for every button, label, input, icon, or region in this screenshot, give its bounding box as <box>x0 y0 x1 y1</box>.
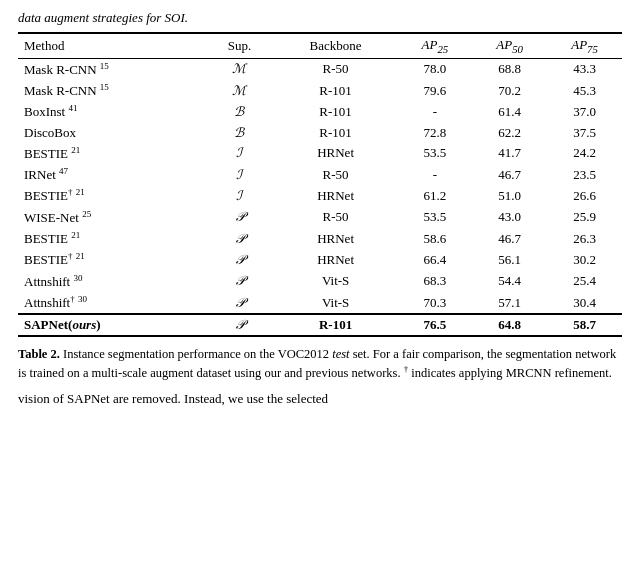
cell-sup: ℬ <box>205 101 274 122</box>
cell-ap25: 72.8 <box>397 123 472 143</box>
cell-ap75: 25.9 <box>547 207 622 228</box>
cell-backbone: R-50 <box>274 207 398 228</box>
cell-ap75: 26.6 <box>547 185 622 206</box>
cell-method: BESTIE 21 <box>18 143 205 164</box>
cell-ap25: 66.4 <box>397 249 472 270</box>
cell-ap25: 70.3 <box>397 292 472 314</box>
cell-method: BESTIE† 21 <box>18 249 205 270</box>
cell-sup: 𝒫 <box>205 271 274 292</box>
table-caption: Table 2. Instance segmentation performan… <box>18 345 622 382</box>
cell-backbone: R-101 <box>274 123 398 143</box>
cell-sup: ℐ <box>205 164 274 185</box>
cell-ap75: 37.5 <box>547 123 622 143</box>
highlight-ap25: 76.5 <box>397 314 472 336</box>
cell-method: Mask R-CNN 15 <box>18 58 205 80</box>
caption-title: Table 2. <box>18 347 60 361</box>
cell-method: WISE-Net 25 <box>18 207 205 228</box>
cell-ap50: 51.0 <box>472 185 547 206</box>
cell-sup: 𝒫 <box>205 292 274 314</box>
cell-method: DiscoBox <box>18 123 205 143</box>
comparison-table: Method Sup. Backbone AP25 AP50 AP75 Mask… <box>18 32 622 337</box>
cell-ap25: 79.6 <box>397 80 472 101</box>
cell-sup: ℳ <box>205 80 274 101</box>
cell-sup: ℐ <box>205 185 274 206</box>
cell-ap75: 30.2 <box>547 249 622 270</box>
cell-backbone: R-101 <box>274 101 398 122</box>
footer-text: vision of SAPNet are removed. Instead, w… <box>18 391 622 407</box>
table-row: IRNet 47ℐR-50-46.723.5 <box>18 164 622 185</box>
cell-ap75: 25.4 <box>547 271 622 292</box>
cell-backbone: HRNet <box>274 228 398 249</box>
header-text: data augment strategies for SOI. <box>18 10 622 26</box>
cell-ap75: 43.3 <box>547 58 622 80</box>
table-row: BoxInst 41ℬR-101-61.437.0 <box>18 101 622 122</box>
cell-backbone: HRNet <box>274 143 398 164</box>
table-row: BESTIE 21ℐHRNet53.541.724.2 <box>18 143 622 164</box>
cell-sup: 𝒫 <box>205 228 274 249</box>
cell-sup: 𝒫 <box>205 207 274 228</box>
cell-ap50: 68.8 <box>472 58 547 80</box>
cell-method: BESTIE 21 <box>18 228 205 249</box>
cell-backbone: R-50 <box>274 58 398 80</box>
cell-ap50: 43.0 <box>472 207 547 228</box>
cell-ap25: 53.5 <box>397 207 472 228</box>
cell-backbone: Vit-S <box>274 292 398 314</box>
highlight-ap50: 64.8 <box>472 314 547 336</box>
table-row: DiscoBoxℬR-10172.862.237.5 <box>18 123 622 143</box>
cell-ap75: 23.5 <box>547 164 622 185</box>
table-row: Attnshift 30𝒫Vit-S68.354.425.4 <box>18 271 622 292</box>
cell-ap50: 61.4 <box>472 101 547 122</box>
cell-ap75: 24.2 <box>547 143 622 164</box>
cell-method: BESTIE† 21 <box>18 185 205 206</box>
cell-method: IRNet 47 <box>18 164 205 185</box>
cell-ap25: 53.5 <box>397 143 472 164</box>
cell-ap50: 46.7 <box>472 228 547 249</box>
cell-ap75: 26.3 <box>547 228 622 249</box>
cell-ap25: - <box>397 101 472 122</box>
col-method: Method <box>18 33 205 58</box>
cell-sup: 𝒫 <box>205 249 274 270</box>
cell-ap50: 62.2 <box>472 123 547 143</box>
cell-method: BoxInst 41 <box>18 101 205 122</box>
cell-ap50: 70.2 <box>472 80 547 101</box>
cell-ap75: 30.4 <box>547 292 622 314</box>
col-ap50: AP50 <box>472 33 547 58</box>
table-row: BESTIE 21𝒫HRNet58.646.726.3 <box>18 228 622 249</box>
table-row: BESTIE† 21𝒫HRNet66.456.130.2 <box>18 249 622 270</box>
highlight-sup: 𝒫 <box>205 314 274 336</box>
cell-sup: ℐ <box>205 143 274 164</box>
col-sup: Sup. <box>205 33 274 58</box>
col-backbone: Backbone <box>274 33 398 58</box>
cell-ap50: 56.1 <box>472 249 547 270</box>
cell-ap50: 46.7 <box>472 164 547 185</box>
cell-method: Attnshift† 30 <box>18 292 205 314</box>
cell-ap50: 41.7 <box>472 143 547 164</box>
cell-ap50: 54.4 <box>472 271 547 292</box>
cell-ap25: 78.0 <box>397 58 472 80</box>
cell-ap25: - <box>397 164 472 185</box>
highlight-backbone: R-101 <box>274 314 398 336</box>
cell-method: Mask R-CNN 15 <box>18 80 205 101</box>
col-ap25: AP25 <box>397 33 472 58</box>
table-row: WISE-Net 25𝒫R-5053.543.025.9 <box>18 207 622 228</box>
cell-ap25: 68.3 <box>397 271 472 292</box>
highlight-ap75: 58.7 <box>547 314 622 336</box>
cell-sup: ℳ <box>205 58 274 80</box>
cell-ap25: 58.6 <box>397 228 472 249</box>
table-row: Mask R-CNN 15ℳR-10179.670.245.3 <box>18 80 622 101</box>
caption-body: Instance segmentation performance on the… <box>18 347 616 380</box>
cell-ap75: 45.3 <box>547 80 622 101</box>
cell-backbone: R-101 <box>274 80 398 101</box>
table-row: Mask R-CNN 15ℳR-5078.068.843.3 <box>18 58 622 80</box>
highlight-row: SAPNet(ours)𝒫R-10176.564.858.7 <box>18 314 622 336</box>
highlight-method: SAPNet(ours) <box>18 314 205 336</box>
cell-ap50: 57.1 <box>472 292 547 314</box>
cell-backbone: Vit-S <box>274 271 398 292</box>
table-row: Attnshift† 30𝒫Vit-S70.357.130.4 <box>18 292 622 314</box>
cell-backbone: HRNet <box>274 185 398 206</box>
cell-backbone: HRNet <box>274 249 398 270</box>
cell-ap75: 37.0 <box>547 101 622 122</box>
table-row: BESTIE† 21ℐHRNet61.251.026.6 <box>18 185 622 206</box>
cell-method: Attnshift 30 <box>18 271 205 292</box>
cell-ap25: 61.2 <box>397 185 472 206</box>
